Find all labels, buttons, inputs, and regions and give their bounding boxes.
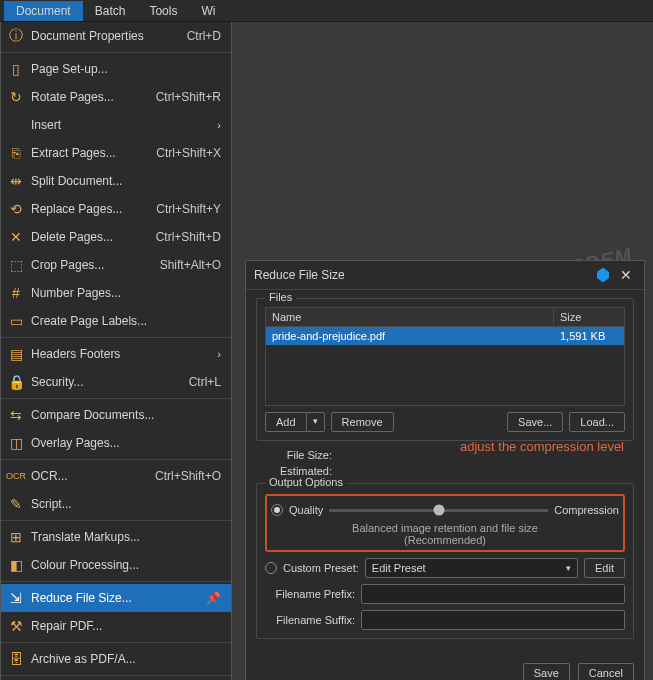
extract-icon: ⎘ — [7, 144, 25, 162]
file-name: pride-and-prejudice.pdf — [266, 327, 554, 345]
files-buttons: Add ▾ Remove Save... Load... — [265, 412, 625, 432]
dialog-titlebar[interactable]: Reduce File Size ✕ — [246, 261, 644, 290]
edit-preset-button[interactable]: Edit — [584, 558, 625, 578]
insert-icon — [7, 116, 25, 134]
files-group: Files Name Size pride-and-prejudice.pdf … — [256, 298, 634, 441]
suffix-input[interactable] — [361, 610, 625, 630]
menu-insert[interactable]: Insert › — [1, 111, 231, 139]
label: Rotate Pages... — [31, 90, 150, 104]
label: Reduce File Size... — [31, 591, 200, 605]
menu-crop-pages[interactable]: ⬚ Crop Pages... Shift+Alt+O — [1, 251, 231, 279]
group-title: Files — [265, 291, 296, 303]
menu-overlay[interactable]: ◫ Overlay Pages... — [1, 429, 231, 457]
menu-ocr[interactable]: OCR OCR... Ctrl+Shift+O — [1, 462, 231, 490]
menu-script[interactable]: ✎ Script... — [1, 490, 231, 518]
menu-compare[interactable]: ⇆ Compare Documents... — [1, 401, 231, 429]
quality-label: Quality — [289, 504, 323, 516]
table-row[interactable]: pride-and-prejudice.pdf 1,591 KB — [266, 327, 624, 345]
menu-document-properties[interactable]: ⓘ Document Properties Ctrl+D — [1, 22, 231, 50]
file-size: 1,591 KB — [554, 327, 624, 345]
output-options-group: Output Options Quality Compression Balan… — [256, 483, 634, 639]
colour-icon: ◧ — [7, 556, 25, 574]
custom-preset-label: Custom Preset: — [283, 562, 359, 574]
lock-icon: 🔒 — [7, 373, 25, 391]
menubar: Document Batch Tools Wi — [0, 0, 653, 22]
separator — [1, 459, 231, 460]
close-button[interactable]: ✕ — [616, 267, 636, 283]
label: Repair PDF... — [31, 619, 225, 633]
menu-rotate-pages[interactable]: ↻ Rotate Pages... Ctrl+Shift+R — [1, 83, 231, 111]
dialog-body: Files Name Size pride-and-prejudice.pdf … — [246, 290, 644, 655]
menu-repair[interactable]: ⚒ Repair PDF... — [1, 612, 231, 640]
info-icon: ⓘ — [7, 27, 25, 45]
slider-sub: (Recommended) — [271, 534, 619, 546]
save-preset-button[interactable]: Save... — [507, 412, 563, 432]
separator — [1, 675, 231, 676]
compression-slider[interactable] — [329, 509, 548, 512]
crop-icon: ⬚ — [7, 256, 25, 274]
annotation-highlight: Quality Compression Balanced image reten… — [265, 494, 625, 552]
menu-reduce-file-size[interactable]: ⇲ Reduce File Size... 📌 — [1, 584, 231, 612]
prefix-input[interactable] — [361, 584, 625, 604]
label: Headers Footers — [31, 347, 211, 361]
menu-number-pages[interactable]: # Number Pages... — [1, 279, 231, 307]
menu-window[interactable]: Wi — [189, 1, 227, 21]
separator — [1, 337, 231, 338]
menu-tools[interactable]: Tools — [137, 1, 189, 21]
shortcut: Shift+Alt+O — [160, 258, 221, 272]
compare-icon: ⇆ — [7, 406, 25, 424]
number-icon: # — [7, 284, 25, 302]
menu-archive[interactable]: 🗄 Archive as PDF/A... — [1, 645, 231, 673]
dialog-footer: Save Cancel — [246, 655, 644, 680]
cancel-button[interactable]: Cancel — [578, 663, 634, 680]
group-title: Output Options — [265, 476, 347, 488]
menu-colour[interactable]: ◧ Colour Processing... — [1, 551, 231, 579]
menu-security[interactable]: 🔒 Security... Ctrl+L — [1, 368, 231, 396]
replace-icon: ⟲ — [7, 200, 25, 218]
menu-translate[interactable]: ⊞ Translate Markups... — [1, 523, 231, 551]
translate-icon: ⊞ — [7, 528, 25, 546]
shortcut: Ctrl+D — [187, 29, 221, 43]
shortcut: Ctrl+L — [189, 375, 221, 389]
reduce-file-size-dialog: Reduce File Size ✕ Files Name Size pride… — [245, 260, 645, 680]
label: Extract Pages... — [31, 146, 150, 160]
menu-document[interactable]: Document — [4, 1, 83, 21]
size-info: File Size: Estimated: adjust the compres… — [256, 447, 634, 479]
quality-radio[interactable] — [271, 504, 283, 516]
save-button[interactable]: Save — [523, 663, 570, 680]
separator — [1, 642, 231, 643]
custom-preset-radio[interactable] — [265, 562, 277, 574]
add-button[interactable]: Add — [265, 412, 307, 432]
add-dropdown-button[interactable]: ▾ — [307, 412, 325, 432]
compression-slider-wrap: Quality Compression — [289, 504, 619, 516]
chevron-right-icon: › — [217, 348, 221, 360]
dialog-title: Reduce File Size — [254, 268, 594, 282]
menu-replace-pages[interactable]: ⟲ Replace Pages... Ctrl+Shift+Y — [1, 195, 231, 223]
menu-headers-footers[interactable]: ▤ Headers Footers › — [1, 340, 231, 368]
menu-page-labels[interactable]: ▭ Create Page Labels... — [1, 307, 231, 335]
table-empty-area[interactable] — [266, 345, 624, 405]
menu-extract-pages[interactable]: ⎘ Extract Pages... Ctrl+Shift+X — [1, 139, 231, 167]
menu-page-setup[interactable]: ▯ Page Set-up... — [1, 55, 231, 83]
remove-button[interactable]: Remove — [331, 412, 394, 432]
compress-icon: ⇲ — [7, 589, 25, 607]
suffix-row: Filename Suffix: — [265, 610, 625, 630]
header-icon: ▤ — [7, 345, 25, 363]
shortcut: Ctrl+Shift+O — [155, 469, 221, 483]
menu-delete-pages[interactable]: ✕ Delete Pages... Ctrl+Shift+D — [1, 223, 231, 251]
load-preset-button[interactable]: Load... — [569, 412, 625, 432]
archive-icon: 🗄 — [7, 650, 25, 668]
table-header: Name Size — [266, 308, 624, 327]
menu-split-document[interactable]: ⇹ Split Document... — [1, 167, 231, 195]
label: Delete Pages... — [31, 230, 150, 244]
suffix-label: Filename Suffix: — [265, 614, 355, 626]
label: OCR... — [31, 469, 149, 483]
slider-thumb[interactable] — [433, 505, 444, 516]
delete-icon: ✕ — [7, 228, 25, 246]
label: Replace Pages... — [31, 202, 150, 216]
preset-combobox[interactable]: Edit Preset ▾ — [365, 558, 578, 578]
pin-icon: 📌 — [206, 591, 221, 605]
col-name[interactable]: Name — [266, 308, 554, 326]
col-size[interactable]: Size — [554, 308, 624, 326]
menu-batch[interactable]: Batch — [83, 1, 138, 21]
